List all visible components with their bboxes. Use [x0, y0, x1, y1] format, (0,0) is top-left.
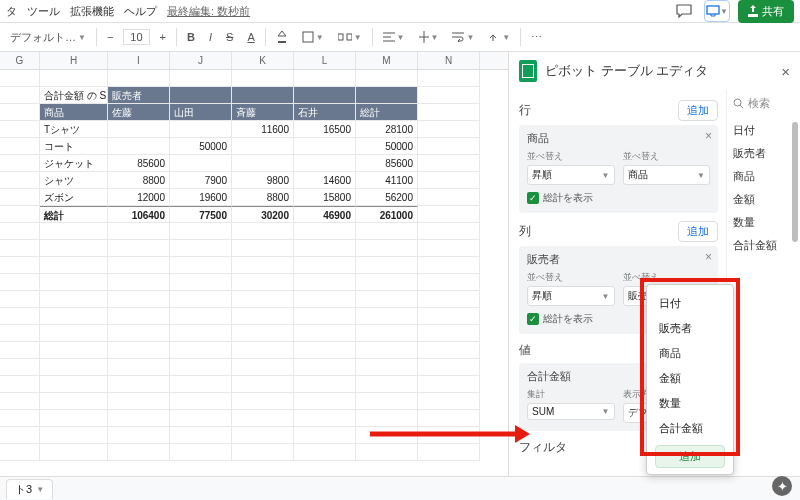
cell[interactable]: 261000 [356, 206, 418, 223]
cell[interactable] [0, 138, 40, 155]
cell[interactable]: 販売者 [108, 87, 170, 104]
explore-icon[interactable]: ✦ [772, 476, 792, 496]
cell[interactable] [232, 138, 294, 155]
cell[interactable] [418, 172, 480, 189]
cell[interactable] [108, 359, 170, 376]
close-icon[interactable]: × [781, 63, 790, 80]
rotate-icon[interactable]: ▼ [484, 29, 514, 45]
cell[interactable]: 8800 [108, 172, 170, 189]
cell[interactable]: 商品 [40, 104, 108, 121]
cell[interactable]: コート [40, 138, 108, 155]
present-icon[interactable]: ▼ [704, 0, 730, 22]
cell[interactable]: 佐藤 [108, 104, 170, 121]
cell[interactable]: 28100 [356, 121, 418, 138]
strike-button[interactable]: S [222, 29, 237, 45]
cell[interactable] [294, 308, 356, 325]
cell[interactable]: 山田 [170, 104, 232, 121]
cell[interactable] [232, 223, 294, 240]
cell[interactable] [232, 393, 294, 410]
bold-button[interactable]: B [183, 29, 199, 45]
cell[interactable]: 19600 [170, 189, 232, 206]
col-K[interactable]: K [232, 52, 294, 69]
cell[interactable]: 30200 [232, 206, 294, 223]
cell[interactable]: 14600 [294, 172, 356, 189]
cell[interactable]: 石井 [294, 104, 356, 121]
cell[interactable] [418, 138, 480, 155]
cell[interactable]: 合計金額 の SUM [40, 87, 108, 104]
cell[interactable] [418, 257, 480, 274]
cell[interactable] [108, 444, 170, 461]
cell[interactable] [0, 189, 40, 206]
cell[interactable] [356, 257, 418, 274]
cell[interactable] [356, 393, 418, 410]
cell[interactable] [232, 87, 294, 104]
cell[interactable] [418, 223, 480, 240]
cell[interactable] [108, 240, 170, 257]
cell[interactable] [170, 121, 232, 138]
cell[interactable] [40, 291, 108, 308]
cell[interactable] [418, 376, 480, 393]
cell[interactable] [418, 359, 480, 376]
cell[interactable] [232, 274, 294, 291]
cell[interactable] [294, 257, 356, 274]
italic-button[interactable]: I [205, 29, 216, 45]
cell[interactable] [170, 342, 232, 359]
cell[interactable] [418, 308, 480, 325]
cell[interactable] [356, 70, 418, 87]
cell[interactable] [418, 342, 480, 359]
cell[interactable] [356, 87, 418, 104]
cell[interactable] [170, 308, 232, 325]
comment-history-icon[interactable] [672, 0, 696, 23]
cell[interactable] [232, 427, 294, 444]
cell[interactable] [356, 427, 418, 444]
popup-item[interactable]: 販売者 [647, 316, 733, 341]
cell[interactable] [0, 240, 40, 257]
cell[interactable] [40, 359, 108, 376]
halign-icon[interactable]: ▼ [379, 30, 409, 44]
cell[interactable] [294, 376, 356, 393]
cell[interactable] [232, 342, 294, 359]
cell[interactable]: 50000 [170, 138, 232, 155]
menu-extensions[interactable]: 拡張機能 [70, 4, 114, 19]
col-L[interactable]: L [294, 52, 356, 69]
cell[interactable]: 8800 [232, 189, 294, 206]
cell[interactable] [356, 359, 418, 376]
cell[interactable] [108, 410, 170, 427]
cell[interactable] [170, 393, 232, 410]
cell[interactable] [356, 342, 418, 359]
cell[interactable] [108, 291, 170, 308]
menu-tools[interactable]: ツール [27, 4, 60, 19]
text-color-button[interactable]: A [243, 29, 258, 45]
cell[interactable] [418, 121, 480, 138]
cell[interactable] [40, 257, 108, 274]
cell[interactable]: ジャケット [40, 155, 108, 172]
cell[interactable] [170, 87, 232, 104]
cell[interactable]: 77500 [170, 206, 232, 223]
field-item[interactable]: 販売者 [733, 142, 794, 165]
cell[interactable] [108, 70, 170, 87]
cell[interactable] [418, 410, 480, 427]
cell[interactable] [294, 274, 356, 291]
cell[interactable] [356, 325, 418, 342]
cell[interactable] [418, 155, 480, 172]
cell[interactable] [40, 444, 108, 461]
row-by-select[interactable]: 商品▼ [623, 165, 711, 185]
cell[interactable] [0, 325, 40, 342]
scrollbar[interactable] [792, 52, 798, 476]
col-M[interactable]: M [356, 52, 418, 69]
cell[interactable] [294, 155, 356, 172]
cell[interactable] [0, 172, 40, 189]
remove-row-icon[interactable]: × [705, 129, 712, 143]
col-order-select[interactable]: 昇順▼ [527, 286, 615, 306]
cell[interactable]: シャツ [40, 172, 108, 189]
cell[interactable] [170, 274, 232, 291]
cell[interactable] [170, 240, 232, 257]
col-H[interactable]: H [40, 52, 108, 69]
cell[interactable] [356, 376, 418, 393]
cell[interactable] [40, 223, 108, 240]
cell[interactable] [40, 393, 108, 410]
popup-add-button[interactable]: 追加 [655, 445, 725, 468]
field-item[interactable]: 商品 [733, 165, 794, 188]
cell[interactable]: 106400 [108, 206, 170, 223]
cell[interactable] [232, 240, 294, 257]
